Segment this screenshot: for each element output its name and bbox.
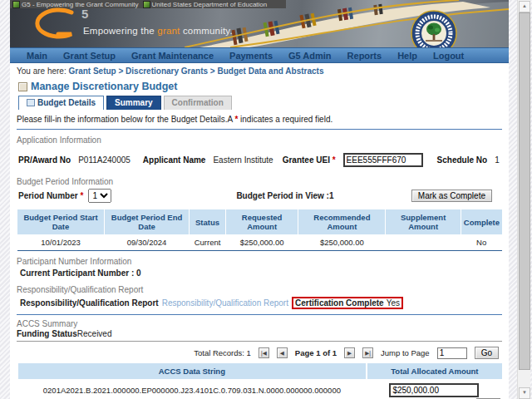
certification-complete-box: Certification Complete Yes — [292, 297, 403, 309]
breadcrumb-sep: > — [116, 66, 126, 76]
tab-summary[interactable]: Summary — [106, 96, 161, 110]
grantee-uei-input[interactable] — [343, 153, 423, 167]
application-info-row: PR/Award No P011A240005 Applicant Name E… — [18, 153, 502, 167]
accs-data-string-value: 0201A2021.B.2021.000000.EP000000.J23.410… — [17, 379, 367, 399]
responsibility-row: Responsibility/Qualification Report Resp… — [20, 297, 502, 309]
cell-requested: $250,000.00 — [225, 234, 298, 251]
active-tab-icon — [27, 99, 35, 106]
scrollbar-thumb[interactable] — [519, 12, 530, 370]
banner-tagline: Empowering the grant community. — [83, 26, 233, 36]
col-end-date: Budget Period End Date — [105, 209, 190, 234]
total-records: Total Records: 1 — [194, 348, 251, 357]
app-frame: G5 - Empowering the Grant Community Unit… — [10, 0, 509, 399]
scroll-up-button[interactable]: ▲ — [519, 1, 530, 12]
page-title-icon — [18, 82, 27, 91]
required-asterisk: * — [80, 191, 83, 200]
budget-period-label: Budget Period Information — [17, 177, 502, 186]
window-tab-ed[interactable]: United States Department of Education — [143, 1, 268, 8]
budget-table-header-row: Budget Period Start Date Budget Period E… — [17, 209, 503, 234]
nav-reports[interactable]: Reports — [347, 51, 382, 61]
window-tab-ed-label: United States Department of Education — [152, 1, 268, 8]
applicant-name-label: Applicant Name — [143, 155, 206, 165]
application-info-label: Application Information — [17, 135, 502, 145]
first-page-button[interactable]: |◀ — [259, 347, 269, 358]
divider — [17, 129, 502, 130]
jump-to-page-label: Jump to Page — [381, 348, 430, 357]
g5-logo-icon — [28, 7, 81, 42]
schedule-no-label: Schedule No — [437, 155, 488, 165]
breadcrumb-discretionary-grants[interactable]: Discretionary Grants — [126, 66, 208, 76]
page-title: Manage Discretionary Budget — [18, 81, 502, 92]
current-participant-number: Current Participant Number : 0 — [20, 268, 502, 278]
pr-award-label: PR/Award No — [18, 155, 71, 165]
col-accs-data-string: ACCS Data String — [17, 363, 367, 379]
vertical-scrollbar[interactable]: ▲ ▼ — [517, 0, 530, 399]
cell-complete: No — [461, 234, 502, 251]
nav-payments[interactable]: Payments — [229, 51, 273, 61]
tab-confirmation[interactable]: Confirmation — [164, 96, 232, 110]
required-asterisk: * — [332, 155, 336, 165]
main-nav: Main Grant Setup Grant Maintenance Payme… — [10, 48, 509, 63]
scroll-down-button[interactable]: ▼ — [519, 387, 530, 399]
cell-supplement — [386, 234, 461, 251]
g5-favicon-icon — [12, 1, 20, 8]
tab-budget-details[interactable]: Budget Details — [18, 96, 104, 110]
nav-g5-admin[interactable]: G5 Admin — [288, 51, 332, 61]
go-button[interactable]: Go — [475, 347, 499, 359]
period-number-select[interactable]: 1 — [88, 189, 111, 203]
certification-complete-value: Yes — [387, 298, 400, 308]
nav-main[interactable]: Main — [27, 51, 47, 61]
schedule-no-value: 1 — [495, 155, 500, 165]
col-complete: Complete — [461, 209, 502, 234]
mark-as-complete-button[interactable]: Mark as Complete — [411, 190, 492, 202]
breadcrumb-sep: > — [208, 66, 217, 76]
col-status: Status — [190, 209, 226, 234]
grantee-uei-label: Grantee UEI — [283, 155, 330, 165]
breadcrumb-budget-data[interactable]: Budget Data and Abstracts — [217, 66, 323, 76]
nav-logout[interactable]: Logout — [433, 51, 464, 61]
accs-data-row: 0201A2021.B.2021.000000.EP000000.J23.410… — [17, 379, 502, 399]
next-page-button[interactable]: ▶ — [344, 347, 355, 358]
nav-grant-setup[interactable]: Grant Setup — [63, 51, 116, 61]
accs-summary-label: ACCS Summary — [17, 319, 502, 328]
ed-favicon-icon — [143, 1, 150, 8]
page-content: You are here: Grant Setup > Discretionar… — [10, 63, 509, 399]
total-allocated-amount-input[interactable] — [389, 383, 479, 397]
page-indicator: Page 1 of 1 — [295, 348, 337, 357]
g5-banner: G5 - Empowering the Grant Community Unit… — [10, 0, 509, 48]
nav-grant-maintenance[interactable]: Grant Maintenance — [131, 51, 214, 61]
accs-pagination-top: Total Records: 1 |◀ ◀ Page 1 of 1 ▶ ▶| J… — [17, 347, 499, 359]
col-supplement: Supplement Amount — [386, 209, 461, 234]
responsibility-report-link[interactable]: Responsibility/Qualification Report — [162, 298, 288, 308]
g5-logo-five: 5 — [81, 7, 88, 21]
funding-status: Funding StatusReceived — [17, 329, 502, 342]
budget-period-table: Budget Period Start Date Budget Period E… — [17, 209, 502, 251]
instruction-text: Please fill-in the information below for… — [17, 115, 502, 124]
divider — [17, 314, 502, 315]
cell-start-date: 10/01/2023 — [17, 234, 105, 251]
last-page-button[interactable]: ▶| — [362, 347, 373, 358]
budget-period-in-view: Budget Period in View :1 — [236, 191, 333, 200]
accs-table: ACCS Data String Total Allocated Amount … — [17, 363, 502, 399]
participant-section-label: Participant Number Information — [17, 257, 502, 266]
budget-table-row: 10/01/2023 09/30/2024 Current $250,000.0… — [17, 234, 503, 251]
prev-page-button[interactable]: ◀ — [277, 347, 288, 358]
certification-complete-label: Certification Complete — [295, 298, 384, 308]
tab-bar: Budget Details Summary Confirmation — [18, 96, 502, 110]
budget-period-row: Period Number * 1 Budget Period in View … — [18, 189, 502, 203]
responsibility-report-label: Responsibility/Qualification Report — [20, 298, 159, 308]
col-start-date: Budget Period Start Date — [17, 209, 105, 234]
col-total-allocated: Total Allocated Amount — [367, 363, 502, 379]
breadcrumb: You are here: Grant Setup > Discretionar… — [17, 66, 502, 76]
cell-recommended: $250,000.00 — [298, 234, 386, 251]
nav-help[interactable]: Help — [397, 51, 417, 61]
col-recommended: Recommended Amount — [298, 209, 386, 234]
breadcrumb-grant-setup[interactable]: Grant Setup — [68, 66, 116, 76]
col-requested: Requested Amount — [225, 209, 298, 234]
pr-award-value: P011A240005 — [78, 155, 131, 165]
cell-status: Current — [190, 234, 226, 251]
applicant-name-value: Eastern Institute — [213, 155, 273, 165]
cell-end-date: 09/30/2024 — [105, 234, 190, 251]
jump-to-page-input[interactable] — [437, 347, 467, 359]
period-number-label: Period Number — [18, 191, 78, 200]
